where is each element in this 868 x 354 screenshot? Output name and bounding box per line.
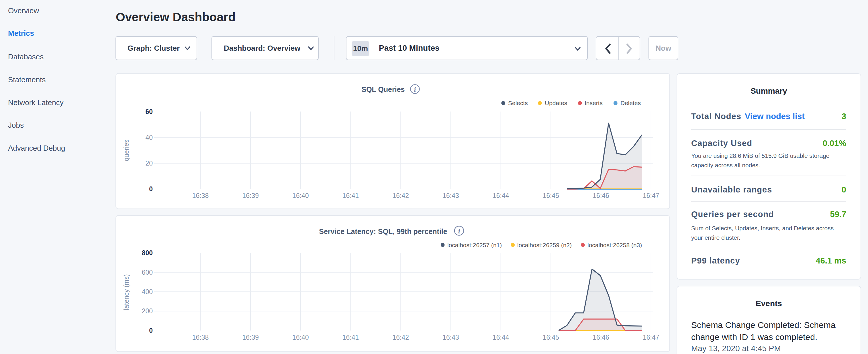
svg-text:16:45: 16:45 [543,192,559,199]
svg-text:Inserts: Inserts [585,100,602,106]
svg-text:latency (ms): latency (ms) [123,274,130,310]
svg-text:i: i [458,227,460,235]
svg-text:40: 40 [145,134,153,141]
svg-text:16:45: 16:45 [543,334,559,341]
svg-text:i: i [414,86,416,93]
svg-text:16:46: 16:46 [593,334,609,341]
svg-text:800: 800 [142,249,153,257]
svg-text:Updates: Updates [545,100,567,106]
svg-text:localhost:26259 (n2): localhost:26259 (n2) [517,242,572,248]
svg-text:16:39: 16:39 [242,192,259,199]
svg-text:20: 20 [145,160,153,167]
svg-text:Service Latency: SQL, 99th per: Service Latency: SQL, 99th percentile [319,227,447,235]
svg-text:16:43: 16:43 [442,192,459,199]
svg-text:200: 200 [142,307,153,315]
svg-text:600: 600 [142,269,153,276]
svg-text:16:42: 16:42 [393,334,409,341]
svg-text:0: 0 [149,185,153,193]
svg-text:Selects: Selects [508,100,528,106]
svg-text:Deletes: Deletes [620,100,641,106]
svg-text:400: 400 [142,288,153,296]
svg-text:16:40: 16:40 [292,192,309,199]
svg-text:16:44: 16:44 [493,334,509,341]
svg-text:16:41: 16:41 [342,192,359,199]
svg-text:16:39: 16:39 [242,334,259,341]
svg-text:16:46: 16:46 [593,192,609,199]
svg-text:60: 60 [145,108,153,116]
svg-text:SQL Queries: SQL Queries [362,85,405,93]
svg-text:queries: queries [123,139,130,161]
svg-text:16:44: 16:44 [493,192,509,199]
svg-text:localhost:26258 (n3): localhost:26258 (n3) [587,242,642,248]
svg-text:16:38: 16:38 [192,334,209,341]
svg-text:16:41: 16:41 [342,334,359,341]
svg-text:16:43: 16:43 [442,334,459,341]
svg-text:16:38: 16:38 [192,192,209,199]
svg-text:16:47: 16:47 [643,334,659,341]
svg-text:16:40: 16:40 [292,334,309,341]
svg-text:16:47: 16:47 [643,192,659,199]
svg-text:16:42: 16:42 [393,192,409,199]
svg-text:localhost:26257 (n1): localhost:26257 (n1) [447,242,502,248]
svg-text:0: 0 [149,327,153,334]
